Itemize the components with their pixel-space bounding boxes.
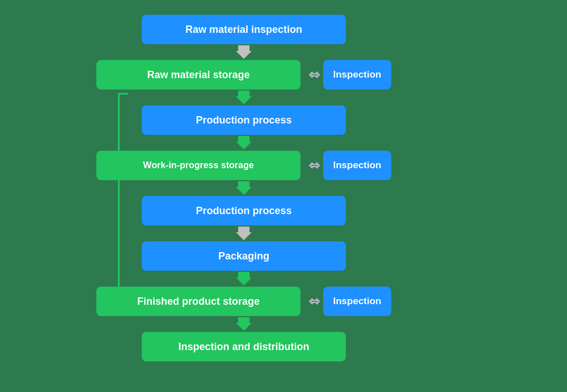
arrow-7	[236, 317, 252, 331]
finished-product-storage-box: Finished product storage	[96, 287, 301, 316]
arrow-6	[236, 272, 252, 286]
production-process-1-box: Production process	[142, 105, 346, 135]
double-arrow-1: ⇔	[308, 67, 320, 83]
raw-material-storage-box: Raw material storage	[96, 60, 301, 90]
inspection-box-3: Inspection	[323, 287, 391, 316]
arrow-5	[236, 227, 252, 240]
raw-material-storage-row: Raw material storage ⇔ Inspection	[96, 60, 391, 90]
flow-diagram: Raw material inspection Raw material sto…	[34, 9, 533, 383]
arrow-2	[236, 91, 252, 104]
inspection-box-2: Inspection	[323, 151, 391, 180]
main-flow: Raw material inspection Raw material sto…	[136, 15, 352, 361]
inspection-connector-1: ⇔ Inspection	[305, 60, 391, 90]
inspection-connector-3: ⇔ Inspection	[305, 287, 391, 316]
inspection-and-distribution-box: Inspection and distribution	[142, 332, 346, 361]
production-process-2-box: Production process	[142, 196, 346, 225]
work-in-progress-storage-row: Work-in-progress storage ⇔ Inspection	[96, 151, 391, 180]
arrow-4	[236, 181, 252, 195]
packaging-box: Packaging	[142, 241, 346, 271]
double-arrow-2: ⇔	[308, 157, 320, 173]
arrow-1	[236, 45, 252, 59]
arrow-3	[236, 136, 252, 150]
work-in-progress-storage-box: Work-in-progress storage	[96, 151, 301, 180]
raw-material-inspection-box: Raw material inspection	[142, 15, 346, 44]
finished-product-storage-row: Finished product storage ⇔ Inspection	[96, 287, 391, 316]
inspection-box-1: Inspection	[323, 60, 391, 90]
feedback-bracket	[118, 93, 134, 302]
inspection-connector-2: ⇔ Inspection	[305, 151, 391, 180]
double-arrow-3: ⇔	[308, 293, 320, 309]
